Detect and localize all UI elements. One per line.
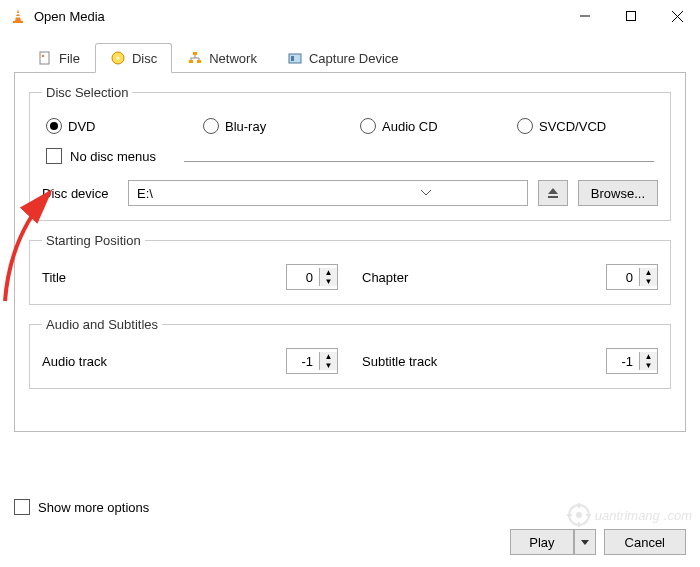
cancel-button[interactable]: Cancel (604, 529, 686, 555)
tab-network[interactable]: Network (172, 43, 272, 73)
svg-marker-23 (581, 540, 589, 545)
chevron-up-icon: ▲ (640, 268, 657, 277)
disc-selection-group: Disc Selection DVD Blu-ray Audio CD SVCD… (29, 85, 671, 221)
tab-panel-disc: Disc Selection DVD Blu-ray Audio CD SVCD… (14, 72, 686, 432)
tab-capture[interactable]: Capture Device (272, 43, 414, 73)
spinner-arrows[interactable]: ▲▼ (319, 268, 337, 286)
radio-dvd[interactable]: DVD (46, 118, 183, 134)
radio-label: DVD (68, 119, 95, 134)
audio-track-input[interactable] (287, 354, 319, 369)
play-button[interactable]: Play (510, 529, 573, 555)
chapter-label: Chapter (362, 270, 606, 285)
spinner-arrows[interactable]: ▲▼ (639, 268, 657, 286)
radio-audiocd[interactable]: Audio CD (360, 118, 497, 134)
title-input[interactable] (287, 270, 319, 285)
svg-point-9 (42, 55, 44, 57)
radio-svcd[interactable]: SVCD/VCD (517, 118, 654, 134)
maximize-button[interactable] (608, 0, 654, 32)
no-disc-menus-checkbox[interactable] (46, 148, 62, 164)
spinner-arrows[interactable]: ▲▼ (639, 352, 657, 370)
window-title: Open Media (34, 9, 562, 24)
caret-down-icon (581, 540, 589, 545)
chevron-down-icon: ▼ (320, 361, 337, 370)
svg-marker-0 (15, 9, 21, 21)
svg-rect-13 (189, 60, 193, 63)
tab-disc[interactable]: Disc (95, 43, 172, 73)
tab-bar: File Disc Network Capture Device (14, 42, 686, 72)
svg-rect-3 (13, 21, 23, 23)
play-dropdown-button[interactable] (574, 529, 596, 555)
file-icon (37, 50, 53, 66)
titlebar: Open Media (0, 0, 700, 32)
chevron-down-icon: ▼ (640, 361, 657, 370)
radio-icon (203, 118, 219, 134)
audio-track-label: Audio track (42, 354, 286, 369)
svg-rect-14 (197, 60, 201, 63)
browse-button[interactable]: Browse... (578, 180, 658, 206)
chevron-up-icon: ▲ (640, 352, 657, 361)
chapter-spinbox[interactable]: ▲▼ (606, 264, 658, 290)
show-more-options-checkbox[interactable] (14, 499, 30, 515)
divider (184, 161, 654, 162)
subtitle-track-label: Subtitle track (362, 354, 606, 369)
tab-label: Capture Device (309, 51, 399, 66)
svg-point-11 (116, 57, 119, 60)
network-icon (187, 50, 203, 66)
browse-label: Browse... (591, 186, 645, 201)
svg-rect-8 (40, 52, 49, 64)
title-label: Title (42, 270, 286, 285)
vlc-cone-icon (10, 8, 26, 24)
chevron-up-icon: ▲ (320, 352, 337, 361)
audio-track-spinbox[interactable]: ▲▼ (286, 348, 338, 374)
radio-label: Blu-ray (225, 119, 266, 134)
show-more-options-label: Show more options (38, 500, 149, 515)
eject-icon (547, 187, 559, 199)
radio-label: SVCD/VCD (539, 119, 606, 134)
chevron-down-icon (330, 190, 523, 196)
eject-button[interactable] (538, 180, 568, 206)
svg-rect-22 (548, 196, 558, 198)
cancel-label: Cancel (625, 535, 665, 550)
svg-rect-12 (193, 52, 197, 55)
disc-selection-legend: Disc Selection (42, 85, 132, 100)
svg-marker-21 (548, 188, 558, 194)
tab-label: Disc (132, 51, 157, 66)
minimize-button[interactable] (562, 0, 608, 32)
radio-icon (46, 118, 62, 134)
svg-rect-2 (16, 16, 20, 18)
audio-subtitles-group: Audio and Subtitles Audio track ▲▼ Subti… (29, 317, 671, 389)
capture-icon (287, 50, 303, 66)
starting-position-group: Starting Position Title ▲▼ Chapter ▲▼ (29, 233, 671, 305)
subtitle-track-input[interactable] (607, 354, 639, 369)
tab-label: Network (209, 51, 257, 66)
no-disc-menus-label: No disc menus (70, 149, 156, 164)
svg-rect-20 (291, 56, 294, 61)
subtitle-track-spinbox[interactable]: ▲▼ (606, 348, 658, 374)
chevron-down-icon: ▼ (320, 277, 337, 286)
audio-subtitles-legend: Audio and Subtitles (42, 317, 162, 332)
chevron-down-icon: ▼ (640, 277, 657, 286)
spinner-arrows[interactable]: ▲▼ (319, 352, 337, 370)
radio-bluray[interactable]: Blu-ray (203, 118, 340, 134)
svg-rect-5 (627, 12, 636, 21)
disc-device-label: Disc device (42, 186, 118, 201)
radio-icon (360, 118, 376, 134)
chapter-input[interactable] (607, 270, 639, 285)
radio-label: Audio CD (382, 119, 438, 134)
svg-rect-19 (289, 54, 301, 63)
title-spinbox[interactable]: ▲▼ (286, 264, 338, 290)
svg-rect-1 (16, 13, 21, 15)
tab-file[interactable]: File (22, 43, 95, 73)
play-label: Play (529, 535, 554, 550)
close-button[interactable] (654, 0, 700, 32)
disc-device-value: E:\ (137, 186, 330, 201)
chevron-up-icon: ▲ (320, 268, 337, 277)
disc-icon (110, 50, 126, 66)
starting-position-legend: Starting Position (42, 233, 145, 248)
tab-label: File (59, 51, 80, 66)
radio-icon (517, 118, 533, 134)
disc-device-combo[interactable]: E:\ (128, 180, 528, 206)
